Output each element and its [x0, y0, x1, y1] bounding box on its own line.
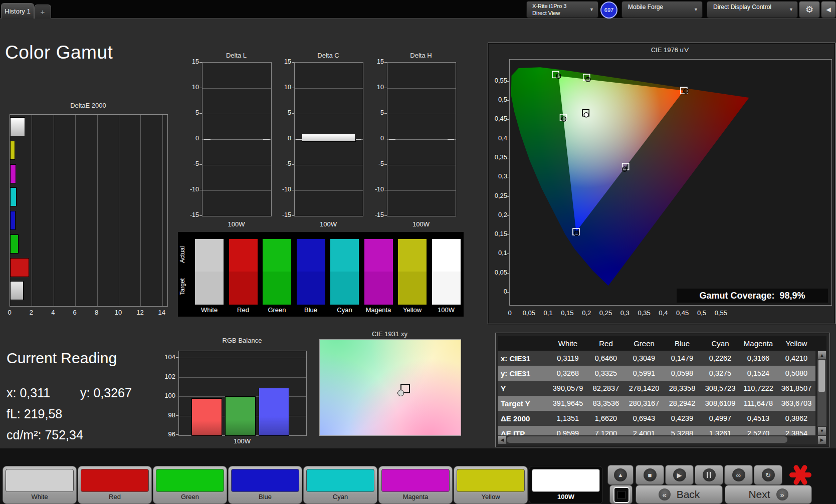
swatch-label: Cyan [327, 306, 362, 314]
deltae-bar-cyan [10, 187, 17, 206]
profile-dropdown[interactable]: Mobile Forge ▼ [621, 1, 703, 18]
cell: 5,3288 [663, 426, 701, 435]
cie1976-ytick: 0,45 [488, 115, 507, 122]
gridline [97, 115, 98, 306]
delta-ytick: -10 [274, 186, 291, 193]
table-row-y[interactable]: Y390,057982,2837278,142028,3358308,57231… [498, 381, 815, 396]
tick-mark [292, 88, 294, 88]
patch-label: Cyan [304, 493, 377, 500]
cie1976-ytick: 0,4 [488, 134, 507, 142]
patch-indicator-square-icon [618, 491, 625, 498]
stop-button[interactable]: ■ [636, 465, 664, 485]
patch-button-100w[interactable]: 100W [529, 466, 603, 504]
scroll-left-button[interactable]: ◀ [498, 435, 507, 444]
gridline [75, 115, 76, 306]
settings-button[interactable]: ⚙ [799, 1, 820, 18]
deltae-xtick: 6 [70, 309, 80, 316]
delta-ytick: -15 [182, 211, 199, 218]
reading-x: x: 0,311 [7, 386, 50, 400]
patch-scroll-up-button[interactable]: ▲ [607, 465, 634, 485]
next-button[interactable]: Next » [725, 485, 812, 504]
tick-mark [507, 158, 509, 158]
table-row-x-cie31[interactable]: x: CIE310,31190,64600,30490,14790,22620,… [498, 351, 815, 366]
cell: 278,1420 [625, 381, 663, 396]
table-row-target-y[interactable]: Target Y391,964583,3536280,316728,294230… [498, 396, 815, 411]
patch-swatch [231, 469, 299, 492]
deltae-bar-green [10, 234, 19, 254]
cell: 0,5080 [777, 366, 815, 381]
measurement-active-asterisk-icon [789, 463, 812, 487]
refresh-button[interactable]: ↻ [754, 465, 782, 485]
swatch-actual-100w [432, 239, 461, 272]
collapse-panel-button[interactable]: ◀ [821, 1, 836, 18]
swatch-target-red [229, 272, 258, 305]
reading-fl-value: 219,58 [24, 407, 62, 421]
pause-bar [710, 472, 711, 478]
swatch-label: Yellow [395, 306, 430, 314]
row-label: ΔE 2000 [501, 411, 549, 426]
swatch-target-blue [297, 272, 325, 305]
patch-button-magenta[interactable]: Magenta [378, 466, 453, 504]
gridline [179, 377, 306, 378]
column-header-cyan: Cyan [701, 336, 739, 351]
delta-ytick: 15 [182, 58, 199, 65]
patch-swatch [381, 469, 450, 492]
patch-label: Yellow [454, 493, 527, 500]
table-row-δe-2000[interactable]: ΔE 20001,13511,66200,69430,42390,49970,4… [498, 411, 815, 426]
scroll-thumb[interactable] [507, 436, 787, 443]
swatch-target-yellow [398, 272, 427, 305]
zero-tick [204, 139, 211, 140]
column-header-blue: Blue [663, 336, 701, 351]
swatch-actual-blue [297, 239, 325, 272]
gridline [387, 139, 456, 140]
patch-button-cyan[interactable]: Cyan [303, 466, 377, 504]
reading-y-value: 0,3267 [93, 386, 131, 400]
patch-button-blue[interactable]: Blue [228, 466, 302, 504]
tick-mark [507, 177, 509, 177]
meter-count-badge[interactable]: 697 [600, 2, 617, 19]
patch-button-red[interactable]: Red [78, 466, 152, 504]
pause-button[interactable] [695, 465, 723, 485]
scroll-down-button[interactable]: ▼ [817, 426, 826, 435]
display-control-dropdown[interactable]: Direct Display Control ▼ [707, 1, 798, 18]
swatch-target-green [263, 272, 291, 305]
back-button[interactable]: « Back [636, 485, 723, 504]
zero-tick [263, 139, 270, 140]
cie1976-ytick: 0,05 [488, 269, 507, 276]
table-vertical-scrollbar[interactable]: ▲▼ [817, 351, 826, 435]
deltae-bar-white [10, 281, 24, 300]
gridline [202, 139, 271, 140]
patch-swatch [156, 469, 224, 492]
gear-icon: ⚙ [805, 4, 813, 15]
page-title: Color Gamut [5, 42, 113, 63]
swatch-target-white [195, 272, 224, 305]
patch-button-white[interactable]: White [3, 466, 77, 504]
delta-ytick: 10 [367, 84, 384, 91]
table-row-y-cie31[interactable]: y: CIE310,32680,33250,59910,05980,32750,… [498, 366, 815, 381]
loop-button[interactable]: ∞ [724, 465, 753, 485]
plus-icon: + [41, 8, 45, 16]
tab-history-1[interactable]: History 1 [1, 3, 34, 19]
delta-chart-title: Delta L [189, 52, 283, 59]
current-patch-indicator-button[interactable] [609, 485, 633, 504]
patch-button-yellow[interactable]: Yellow [454, 466, 528, 504]
delta-series-label: 100W [202, 220, 271, 228]
table-row-δe-itp[interactable]: ΔE ITP0,95997,12002,40015,32881,32612,52… [498, 426, 815, 435]
play-button[interactable]: ▶ [665, 465, 694, 485]
cell: 361,8507 [777, 381, 815, 396]
swatch-label: Green [260, 306, 294, 314]
scroll-right-button[interactable]: ▶ [817, 435, 826, 444]
swatch-target-100w [432, 272, 461, 305]
cell: 0,3119 [549, 351, 587, 366]
gridline [162, 115, 163, 306]
scroll-up-button[interactable]: ▲ [817, 351, 826, 360]
add-tab-button[interactable]: + [34, 5, 51, 19]
delta-ytick: -5 [182, 160, 199, 167]
gamut-coverage-readout: Gamut Coverage: 98,9% [677, 289, 828, 303]
table-horizontal-scrollbar[interactable]: ◀▶ [498, 435, 826, 444]
delta-series-label: 100W [387, 220, 455, 228]
cie1931-title: CIE 1931 xy [319, 330, 460, 338]
patch-button-green[interactable]: Green [153, 466, 227, 504]
scroll-thumb[interactable] [818, 360, 825, 392]
meter-dropdown[interactable]: X-Rite i1Pro 3 Direct View ▼ [526, 1, 598, 18]
